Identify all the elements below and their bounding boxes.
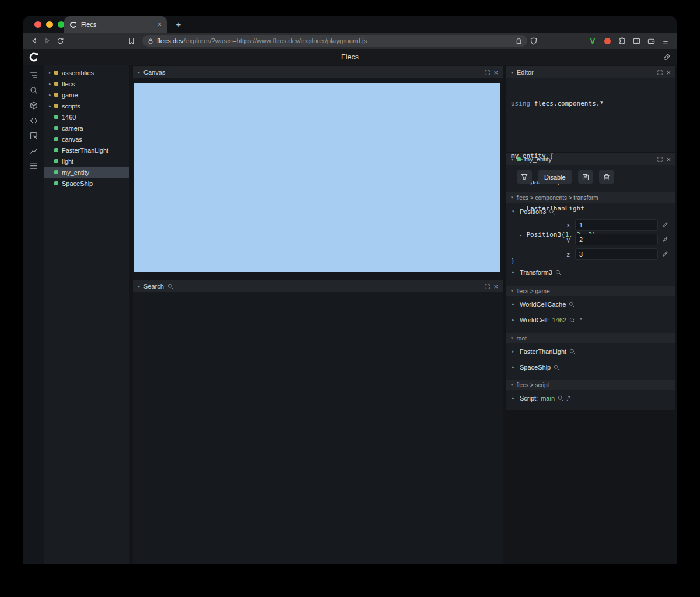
collapse-icon[interactable]: ▾: [511, 157, 513, 162]
search-panel-body: [133, 292, 503, 564]
collapse-icon[interactable]: ▾: [138, 284, 140, 289]
section-header-game[interactable]: ▾ flecs > game: [506, 286, 676, 296]
tree-item-game[interactable]: ▸ game: [44, 89, 129, 100]
url-text[interactable]: flecs.dev/explorer/?wasm=https://www.fle…: [157, 37, 512, 44]
close-window-button[interactable]: [34, 21, 41, 28]
outliner-icon[interactable]: [29, 71, 38, 79]
search-icon[interactable]: [29, 86, 38, 94]
close-panel-icon[interactable]: ×: [666, 156, 671, 163]
expand-icon[interactable]: ▾: [512, 209, 517, 214]
close-panel-icon[interactable]: ×: [494, 283, 498, 290]
rows-icon[interactable]: [29, 161, 38, 170]
chart-icon[interactable]: [29, 146, 38, 155]
extension-v-icon[interactable]: V: [586, 34, 599, 47]
tree-item-light[interactable]: light: [44, 156, 129, 167]
page-title: Flecs: [23, 49, 677, 65]
entity-tree: ▸ assemblies ▸ flecs ▸ game ▸ sc: [44, 65, 129, 564]
browser-tab[interactable]: Flecs ×: [64, 16, 167, 33]
tree-item-canvas[interactable]: canvas: [44, 134, 129, 145]
back-icon[interactable]: [28, 34, 41, 47]
position3-x-input[interactable]: [575, 219, 658, 231]
expand-icon[interactable]: ▸: [49, 93, 54, 97]
close-panel-icon[interactable]: ×: [666, 69, 671, 76]
hamburger-glyph: ≡: [663, 36, 668, 46]
expand-icon[interactable]: ▸: [512, 349, 517, 354]
forward-icon[interactable]: [41, 34, 54, 47]
expand-icon[interactable]: ▸: [512, 318, 517, 322]
collapse-icon[interactable]: ▾: [511, 70, 513, 75]
expand-icon[interactable]: ▸: [49, 82, 54, 86]
filter-button[interactable]: [517, 170, 532, 184]
expand-panel-icon[interactable]: [485, 284, 490, 289]
expand-icon[interactable]: ▸: [512, 302, 517, 307]
collapse-icon: ▾: [511, 195, 513, 200]
tree-item-1460[interactable]: 1460: [44, 111, 129, 122]
link-icon[interactable]: [663, 53, 671, 64]
position3-z-input[interactable]: [575, 248, 658, 260]
edit-pencil-icon[interactable]: [662, 236, 668, 243]
tree-item-flecs[interactable]: ▸ flecs: [44, 78, 129, 89]
edit-pencil-icon[interactable]: [662, 222, 668, 228]
section-header-root[interactable]: ▾ root: [506, 333, 676, 343]
tree-item-assemblies[interactable]: ▸ assemblies: [44, 67, 129, 78]
entity-square: [54, 170, 58, 174]
component-name: FasterThanLight: [520, 348, 566, 355]
new-tab-button[interactable]: +: [173, 19, 184, 30]
3d-canvas[interactable]: [134, 83, 500, 272]
share-icon[interactable]: [516, 37, 522, 44]
canvas-panel-header: ▾ Canvas ×: [133, 66, 503, 78]
inspect-magnifier-icon[interactable]: [558, 395, 564, 401]
bookmark-icon[interactable]: [125, 34, 138, 47]
edit-pencil-icon[interactable]: [662, 251, 668, 257]
component-row-fasterthanlight[interactable]: ▸ FasterThanLight: [506, 346, 676, 357]
inspect-magnifier-icon[interactable]: [569, 317, 575, 323]
close-panel-icon[interactable]: ×: [494, 69, 498, 76]
expand-panel-icon[interactable]: [657, 70, 663, 75]
tree-item-spaceship[interactable]: SpaceShip: [44, 178, 129, 189]
collapse-icon[interactable]: ▾: [138, 70, 140, 75]
extension-dot-icon[interactable]: [601, 34, 614, 47]
tree-item-fasterthanlight[interactable]: FasterThanLight: [44, 145, 129, 156]
inspect-magnifier-icon[interactable]: [555, 269, 561, 275]
component-row-spaceship[interactable]: ▸ SpaceShip: [506, 361, 676, 373]
inspect-cursor-icon[interactable]: [29, 131, 38, 140]
expand-icon[interactable]: ▸: [512, 365, 517, 370]
code-icon[interactable]: [29, 116, 38, 125]
tree-item-label: FasterThanLight: [62, 147, 108, 154]
expand-icon[interactable]: ▸: [49, 104, 54, 108]
inspect-magnifier-icon[interactable]: [554, 364, 559, 370]
extensions-puzzle-icon[interactable]: [615, 34, 628, 47]
delete-button[interactable]: [599, 170, 614, 184]
code-editor[interactable]: using flecs.components.* my_entity { - S…: [506, 78, 676, 152]
disable-button[interactable]: Disable: [538, 170, 572, 184]
expand-panel-icon[interactable]: [485, 70, 490, 75]
expand-icon[interactable]: ▸: [512, 396, 517, 401]
cube-icon[interactable]: [29, 101, 38, 110]
tab-close-icon[interactable]: ×: [158, 21, 162, 28]
menu-icon[interactable]: ≡: [659, 34, 672, 47]
tree-item-label: my_entity: [62, 169, 89, 176]
tree-item-my-entity[interactable]: my_entity: [44, 167, 129, 178]
tree-item-scripts[interactable]: ▸ scripts: [44, 100, 129, 111]
component-row-worldcell[interactable]: ▸ WorldCell: 1462 .*: [506, 314, 676, 326]
inspect-magnifier-icon[interactable]: [569, 349, 575, 354]
component-row-script[interactable]: ▸ Script: main .*: [506, 392, 676, 404]
component-row-worldcellcache[interactable]: ▸ WorldCellCache: [506, 298, 676, 310]
position3-y-input[interactable]: [575, 234, 658, 245]
module-path: flecs.components.*: [530, 100, 604, 107]
save-button[interactable]: [578, 170, 593, 184]
expand-panel-icon[interactable]: [657, 157, 663, 162]
minimize-window-button[interactable]: [46, 21, 53, 28]
wallet-icon[interactable]: [645, 34, 657, 47]
expand-icon[interactable]: ▸: [49, 71, 54, 75]
reload-icon[interactable]: [54, 34, 66, 47]
address-bar[interactable]: flecs.dev/explorer/?wasm=https://www.fle…: [142, 35, 527, 47]
tree-item-camera[interactable]: camera: [44, 122, 129, 134]
desktop: Flecs × + flecs.dev/explore: [0, 0, 700, 597]
inspect-magnifier-icon[interactable]: [569, 301, 575, 307]
expand-icon[interactable]: ▸: [512, 270, 517, 275]
section-header-script[interactable]: ▾ flecs > script: [506, 380, 676, 390]
shield-icon[interactable]: [527, 34, 540, 47]
sidebar-panel-icon[interactable]: [630, 34, 643, 47]
inspect-magnifier-icon[interactable]: [549, 209, 555, 215]
